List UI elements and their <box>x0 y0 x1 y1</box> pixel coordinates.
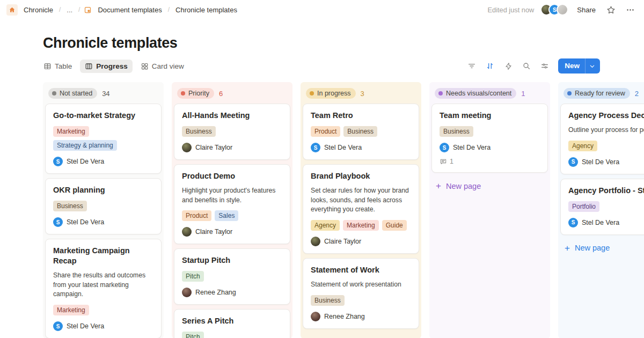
card-assignee: SStel De Vera <box>53 157 153 166</box>
settings-icon[interactable] <box>538 59 552 73</box>
avatar: S <box>568 157 578 167</box>
card-title: All-Hands Meeting <box>182 111 282 121</box>
card[interactable]: Agency Process DeckOutline your process … <box>560 104 644 174</box>
tag[interactable]: Pitch <box>182 332 204 338</box>
card[interactable]: Go-to-market StrategyMarketingStrategy &… <box>45 104 162 174</box>
tab-card-view[interactable]: Card view <box>136 60 189 73</box>
new-button-label[interactable]: New <box>558 58 585 74</box>
new-button[interactable]: New <box>558 58 600 74</box>
star-icon[interactable] <box>604 3 617 16</box>
card[interactable]: Statement of WorkStatement of work prese… <box>303 258 419 329</box>
card-title: Product Demo <box>182 171 282 181</box>
card-assignee: Renee Zhang <box>182 288 282 297</box>
tab-label: Progress <box>96 62 128 70</box>
card[interactable]: Marketing Campaign RecapShare the result… <box>45 239 162 338</box>
status-pill[interactable]: Needs visuals/content <box>435 88 516 99</box>
share-button[interactable]: Share <box>575 4 598 16</box>
tag[interactable]: Business <box>53 201 87 211</box>
card-tags: MarketingStrategy & planning <box>53 126 153 151</box>
avatar: S <box>53 217 63 227</box>
avatar: S <box>53 157 63 166</box>
card[interactable]: All-Hands MeetingBusinessClaire Taylor <box>174 104 290 160</box>
breadcrumb-ellipsis[interactable]: ... <box>64 5 75 15</box>
assignee-name: Claire Taylor <box>324 238 361 245</box>
avatar: S <box>53 321 63 331</box>
card[interactable]: OKR planningBusinessSStel De Vera <box>45 178 162 234</box>
status-pill[interactable]: In progress <box>306 88 356 99</box>
tab-progress[interactable]: Progress <box>80 60 133 73</box>
tag[interactable]: Business <box>182 126 216 137</box>
home-icon[interactable] <box>6 4 18 16</box>
card-title: Statement of Work <box>311 265 411 275</box>
card-tags: Business <box>182 126 282 137</box>
board: Not started34Go-to-market StrategyMarket… <box>43 82 644 338</box>
tag[interactable]: Strategy & planning <box>53 140 117 151</box>
assignee-name: Stel De Vera <box>582 219 619 226</box>
assignee-name: Renee Zhang <box>195 289 236 296</box>
tag[interactable]: Marketing <box>343 220 379 231</box>
more-icon[interactable] <box>624 3 636 16</box>
breadcrumb-parent[interactable]: Document templates <box>96 5 164 15</box>
status-pill[interactable]: Priority <box>177 88 214 99</box>
status-pill[interactable]: Not started <box>48 88 97 99</box>
column-count: 3 <box>361 90 364 98</box>
avatar <box>182 143 192 152</box>
avatar: S <box>440 143 449 152</box>
status-dot-icon <box>52 91 56 95</box>
card[interactable]: Series A PitchPitchRenee Zhang <box>174 309 290 338</box>
tag[interactable]: Business <box>343 126 377 137</box>
new-page-button[interactable]: +New page <box>560 239 644 256</box>
card[interactable]: Product DemoHighlight your product's fea… <box>174 164 290 244</box>
tag[interactable]: Agency <box>311 220 340 231</box>
tag[interactable]: Marketing <box>53 126 89 137</box>
tag[interactable]: Pitch <box>182 271 204 282</box>
tag[interactable]: Portfolio <box>568 201 599 212</box>
card[interactable]: Startup PitchPitchRenee Zhang <box>174 248 290 305</box>
status-pill[interactable]: Ready for review <box>564 88 630 99</box>
avatar[interactable] <box>557 4 568 16</box>
status-label: Needs visuals/content <box>446 90 511 97</box>
new-page-button[interactable]: +New page <box>431 177 548 194</box>
card-tags: Business <box>440 126 540 137</box>
card[interactable]: Agency Portfolio - StudioPortfolioSStel … <box>560 179 644 235</box>
avatar: S <box>568 218 578 227</box>
board-column: Priority6All-Hands MeetingBusinessClaire… <box>172 82 292 338</box>
card-tags: Agency <box>568 141 644 151</box>
avatar <box>182 227 192 237</box>
status-label: Ready for review <box>575 90 625 97</box>
tag[interactable]: Marketing <box>53 305 89 315</box>
tag[interactable]: Agency <box>568 141 597 151</box>
search-icon[interactable] <box>519 59 533 73</box>
tag[interactable]: Product <box>311 126 340 137</box>
card-description: Statement of work presentation <box>311 280 411 290</box>
new-page-button[interactable]: +New page <box>303 333 419 338</box>
column-header: Priority6 <box>174 84 290 104</box>
assignee-name: Stel De Vera <box>67 322 104 330</box>
view-toolbar: New <box>465 58 600 74</box>
edited-status: Edited just now <box>488 6 535 14</box>
breadcrumb-app[interactable]: Chronicle <box>21 5 55 15</box>
tag[interactable]: Business <box>440 126 473 137</box>
zap-icon[interactable] <box>501 59 515 73</box>
assignee-name: Claire Taylor <box>195 228 232 236</box>
status-label: Not started <box>60 90 92 97</box>
card[interactable]: Brand PlaybookSet clear rules for how yo… <box>303 164 419 254</box>
tab-label: Table <box>55 62 72 70</box>
breadcrumb-current[interactable]: Chronicle templates <box>173 5 239 15</box>
card[interactable]: Team RetroProductBusinessSStel De Vera <box>303 104 419 160</box>
chevron-down-icon[interactable] <box>585 58 600 74</box>
card-assignee: SStel De Vera <box>440 143 540 152</box>
card-assignee: Renee Zhang <box>311 312 411 321</box>
card[interactable]: Team meetingBusinessSStel De Vera1 <box>431 104 548 173</box>
tag[interactable]: Business <box>311 295 345 306</box>
filter-icon[interactable] <box>465 59 479 73</box>
tag[interactable]: Guide <box>382 220 407 231</box>
column-count: 6 <box>219 90 223 98</box>
tag[interactable]: Product <box>182 210 211 221</box>
column-header: Not started34 <box>45 84 162 104</box>
status-dot-icon <box>310 91 314 95</box>
card-tags: ProductBusiness <box>311 126 411 137</box>
sort-icon[interactable] <box>483 59 497 73</box>
tag[interactable]: Sales <box>215 210 238 221</box>
tab-table[interactable]: Table <box>39 60 77 73</box>
